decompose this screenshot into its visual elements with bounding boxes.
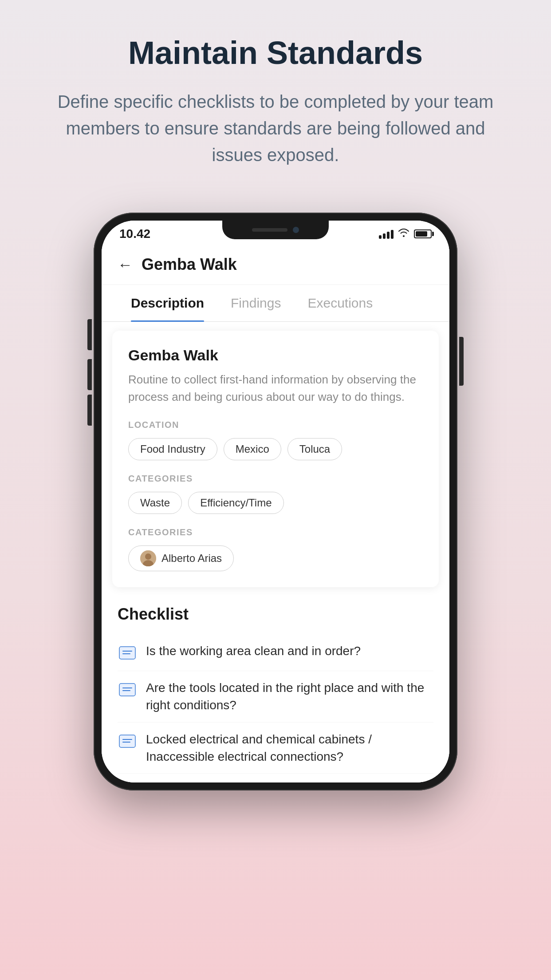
categories-tags: Waste Efficiency/Time <box>128 492 423 514</box>
checklist-text-2: Are the tools located in the right place… <box>146 679 433 714</box>
svg-rect-9 <box>119 735 135 747</box>
battery-icon <box>414 229 432 238</box>
signal-icon <box>379 229 394 239</box>
owner-name: Alberto Arias <box>161 552 222 565</box>
tab-executions[interactable]: Executions <box>294 285 386 321</box>
checklist-icon-2 <box>118 680 137 699</box>
tab-description[interactable]: Description <box>118 285 217 321</box>
tabs-container: Description Findings Executions <box>102 285 449 322</box>
categories-label: CATEGORIES <box>128 474 423 484</box>
checklist-title: Checklist <box>118 596 433 634</box>
avatar <box>140 550 156 566</box>
nav-header: ← Gemba Walk <box>102 245 449 285</box>
checklist-icon-3 <box>118 731 137 751</box>
tag-waste: Waste <box>128 492 182 514</box>
phone-outer: 10.42 <box>94 213 457 790</box>
description-card: Gemba Walk Routine to collect first-hand… <box>112 331 439 587</box>
location-tags: Food Industry Mexico Toluca <box>128 438 423 460</box>
page-subtitle: Define specific checklists to be complet… <box>53 88 498 168</box>
phone-notch <box>222 221 329 239</box>
camera <box>293 227 299 233</box>
nav-title: Gemba Walk <box>142 255 237 274</box>
svg-point-1 <box>145 553 151 560</box>
checklist-text-3: Locked electrical and chemical cabinets … <box>146 731 433 765</box>
checklist-item-2: Are the tools located in the right place… <box>118 671 433 722</box>
checklist-item-3: Locked electrical and chemical cabinets … <box>118 723 433 774</box>
checklist-icon-1 <box>118 643 137 663</box>
location-label: LOCATION <box>128 420 423 430</box>
tab-findings[interactable]: Findings <box>217 285 294 321</box>
svg-rect-6 <box>119 684 135 696</box>
checklist-item-1: Is the working area clean and in order? <box>118 634 433 671</box>
owner-tag: Alberto Arias <box>128 545 234 571</box>
phone-mockup: 10.42 <box>94 213 457 790</box>
page-header: Maintain Standards Define specific check… <box>0 0 551 195</box>
status-icons <box>379 228 432 240</box>
owner-label: CATEGORIES <box>128 527 423 537</box>
app-content: ← Gemba Walk Description Findings Execut… <box>102 245 449 782</box>
wifi-icon <box>398 228 409 240</box>
status-time: 10.42 <box>119 227 150 241</box>
svg-rect-3 <box>119 647 135 659</box>
speaker <box>252 228 287 232</box>
tag-food-industry: Food Industry <box>128 438 217 460</box>
page-title: Maintain Standards <box>53 36 498 71</box>
card-description: Routine to collect first-hand informatio… <box>128 371 423 406</box>
tag-mexico: Mexico <box>224 438 281 460</box>
checklist-section: Checklist Is the working area clean and … <box>102 596 449 782</box>
card-title: Gemba Walk <box>128 347 423 364</box>
tag-toluca: Toluca <box>287 438 342 460</box>
tag-efficiency: Efficiency/Time <box>188 492 283 514</box>
checklist-text-1: Is the working area clean and in order? <box>146 642 361 660</box>
back-button[interactable]: ← <box>118 256 133 273</box>
phone-inner: 10.42 <box>102 221 449 782</box>
